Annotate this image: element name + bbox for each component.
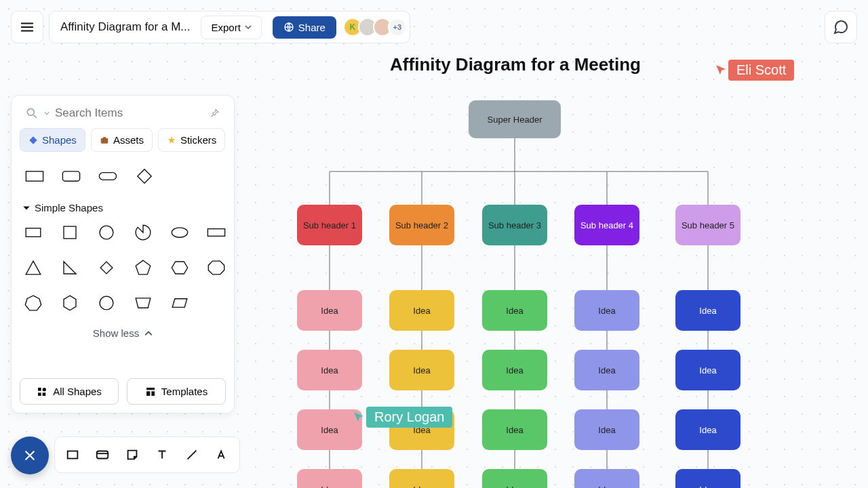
close-icon — [23, 449, 37, 462]
node-idea[interactable]: Idea — [675, 350, 741, 390]
tool-line[interactable] — [178, 441, 205, 468]
node-idea[interactable]: Idea — [574, 409, 639, 450]
node-idea[interactable]: Idea — [574, 350, 639, 390]
shape-rect[interactable] — [21, 220, 45, 245]
node-idea[interactable]: Idea — [389, 469, 454, 488]
node-idea[interactable]: Idea — [675, 469, 741, 488]
chat-icon — [833, 19, 849, 35]
shape-ellipse[interactable] — [167, 220, 192, 245]
svg-rect-23 — [68, 451, 78, 459]
shape-square[interactable] — [58, 220, 82, 245]
shape-diamond[interactable] — [132, 164, 157, 188]
shape-pie[interactable] — [131, 220, 155, 245]
shape-rect[interactable] — [22, 164, 47, 188]
shape-diamond-small[interactable] — [94, 256, 119, 280]
shape-heptagon[interactable] — [21, 291, 45, 315]
svg-point-12 — [172, 228, 187, 237]
svg-rect-9 — [26, 228, 41, 237]
shape-hexagon2[interactable] — [58, 291, 82, 315]
tool-sticky[interactable] — [119, 441, 146, 468]
svg-rect-8 — [138, 169, 151, 183]
menu-button[interactable] — [11, 11, 43, 43]
node-idea[interactable]: Idea — [297, 290, 362, 331]
caret-down-icon — [22, 204, 31, 212]
close-panel-button[interactable] — [11, 436, 49, 474]
globe-icon — [283, 22, 294, 33]
node-idea[interactable]: Idea — [389, 350, 454, 390]
pin-icon[interactable] — [208, 107, 220, 119]
tool-text[interactable] — [149, 441, 176, 468]
collaborator-avatars: K +3 — [347, 18, 407, 37]
shape-octagon[interactable] — [204, 256, 229, 280]
canvas-title: Affinity Diagram for a Meeting — [390, 54, 641, 75]
shape-pentagon[interactable] — [131, 256, 155, 280]
svg-rect-24 — [97, 451, 108, 459]
svg-rect-16 — [38, 388, 41, 391]
doc-title[interactable]: Affinity Diagram for a M... — [60, 20, 190, 34]
hamburger-icon — [20, 20, 35, 35]
node-sub-header[interactable]: Sub header 2 — [389, 205, 454, 245]
shape-parallelogram[interactable] — [167, 291, 192, 315]
node-sub-header[interactable]: Sub header 4 — [574, 205, 639, 245]
shape-wide-rect[interactable] — [204, 220, 229, 245]
node-idea[interactable]: Idea — [482, 409, 547, 450]
svg-point-11 — [100, 226, 113, 239]
tab-shapes[interactable]: Shapes — [20, 128, 85, 152]
star-icon — [167, 136, 176, 145]
shape-circle[interactable] — [94, 220, 119, 245]
svg-rect-6 — [62, 171, 79, 181]
avatar-more[interactable]: +3 — [388, 18, 407, 37]
tab-stickers[interactable]: Stickers — [158, 128, 225, 152]
chevron-down-icon — [245, 24, 252, 30]
shapes-icon — [37, 386, 47, 397]
svg-rect-14 — [100, 262, 113, 274]
templates-button[interactable]: Templates — [127, 378, 226, 405]
tool-rect[interactable] — [59, 441, 86, 468]
svg-rect-13 — [208, 229, 224, 237]
chat-button[interactable] — [825, 11, 857, 43]
tool-pen[interactable] — [208, 441, 235, 468]
node-idea[interactable]: Idea — [574, 469, 639, 488]
svg-rect-5 — [26, 171, 43, 181]
node-idea[interactable]: Idea — [482, 350, 547, 390]
show-less-button[interactable]: Show less — [20, 322, 226, 351]
shape-octagon2[interactable] — [94, 291, 119, 315]
node-idea[interactable]: Idea — [482, 469, 547, 488]
shape-rounded-rect[interactable] — [59, 164, 83, 188]
node-super-header[interactable]: Super Header — [469, 100, 561, 138]
shape-hexagon[interactable] — [167, 256, 192, 280]
tab-assets[interactable]: Assets — [91, 128, 153, 152]
templates-icon — [145, 386, 156, 397]
node-idea[interactable]: Idea — [574, 290, 639, 331]
shape-triangle[interactable] — [21, 256, 45, 280]
node-sub-header[interactable]: Sub header 5 — [675, 205, 741, 245]
tool-card[interactable] — [89, 441, 116, 468]
node-idea[interactable]: Idea — [675, 409, 741, 450]
node-idea[interactable]: Idea — [675, 290, 741, 331]
shape-trapezoid[interactable] — [131, 291, 155, 315]
section-simple-shapes[interactable]: Simple Shapes — [20, 198, 226, 220]
diamond-icon — [28, 136, 38, 145]
all-shapes-button[interactable]: All Shapes — [20, 378, 119, 405]
node-idea[interactable]: Idea — [297, 350, 362, 390]
search-input[interactable] — [55, 106, 203, 120]
svg-line-26 — [188, 451, 197, 460]
node-sub-header[interactable]: Sub header 3 — [482, 205, 547, 245]
svg-point-1 — [27, 108, 34, 115]
node-sub-header[interactable]: Sub header 1 — [297, 205, 362, 245]
svg-rect-3 — [101, 138, 108, 144]
svg-rect-22 — [151, 391, 155, 396]
briefcase-icon — [100, 136, 109, 145]
cursor-icon — [715, 64, 728, 77]
node-idea[interactable]: Idea — [297, 469, 362, 488]
node-idea[interactable]: Idea — [389, 290, 454, 331]
shape-pill[interactable] — [96, 164, 120, 188]
node-idea[interactable]: Idea — [482, 290, 547, 331]
export-label: Export — [211, 22, 240, 33]
cursor-eli: Eli Scott — [715, 60, 794, 81]
shape-right-triangle[interactable] — [58, 256, 82, 280]
share-button[interactable]: Share — [273, 16, 336, 39]
export-button[interactable]: Export — [201, 16, 261, 39]
title-bar: Affinity Diagram for a M... Export Share… — [49, 11, 410, 43]
svg-rect-20 — [146, 388, 155, 390]
